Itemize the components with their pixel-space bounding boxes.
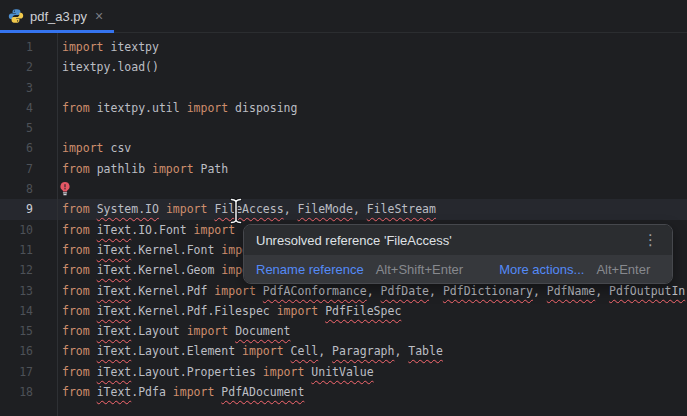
code-token: itextpy (104, 40, 159, 54)
code-text[interactable]: from iText.IO.Font import (57, 220, 235, 240)
line-number[interactable]: 8 (0, 179, 57, 199)
unresolved-reference: iText (97, 344, 132, 358)
tooltip-actions-row: Rename referenceAlt+Shift+EnterMore acti… (244, 255, 672, 283)
line-number[interactable]: 3 (0, 78, 57, 98)
code-text[interactable]: import csv (57, 138, 131, 158)
code-token: .Layout.Properties (131, 365, 263, 379)
code-token: import (194, 223, 236, 237)
unresolved-reference: PdfDate (381, 284, 429, 298)
unresolved-reference: iText (97, 385, 132, 399)
code-token: .Kernel.Font (131, 243, 221, 257)
code-line-14[interactable]: 14from iText.Kernel.Pdf.Filespec import … (0, 301, 687, 321)
code-text[interactable]: from iText.Kernel.Pdf.Filespec import Pd… (57, 301, 401, 321)
code-line-1[interactable]: 1import itextpy (0, 37, 687, 57)
tab-close-icon[interactable]: × (93, 8, 105, 24)
code-line-7[interactable]: 7from pathlib import Path (0, 159, 687, 179)
code-line-5[interactable]: 5 (0, 118, 687, 138)
code-line-8[interactable]: 8 (0, 179, 687, 199)
code-token: pathlib (90, 162, 152, 176)
code-line-15[interactable]: 15from iText.Layout import Document (0, 321, 687, 341)
code-token: , (318, 344, 332, 358)
code-text[interactable]: from iText.Layout.Properties import Unit… (57, 362, 374, 382)
code-line-3[interactable]: 3 (0, 78, 687, 98)
gutter-separator (57, 33, 58, 416)
code-token (90, 324, 97, 338)
line-number[interactable]: 5 (0, 118, 57, 138)
code-token: from (62, 101, 90, 115)
line-number[interactable]: 7 (0, 159, 57, 179)
code-line-2[interactable]: 2itextpy.load() (0, 57, 687, 77)
code-token: itextpy.load() (62, 60, 159, 74)
line-number[interactable]: 15 (0, 321, 57, 341)
code-token (90, 304, 97, 318)
code-text[interactable]: from iText.Layout import Document (57, 321, 291, 341)
unresolved-reference: System.IO (97, 202, 159, 216)
unresolved-reference: FileMode (297, 202, 352, 216)
code-token (90, 223, 97, 237)
line-number[interactable]: 18 (0, 382, 57, 402)
line-number[interactable]: 9 (0, 199, 57, 219)
unresolved-reference: iText (97, 365, 132, 379)
tooltip-message-row: Unresolved reference 'FileAccess' ⋮ (244, 225, 672, 255)
unresolved-reference: Document (235, 324, 290, 338)
line-number[interactable]: 12 (0, 260, 57, 280)
unresolved-reference: PdfOutputIn (609, 284, 685, 298)
code-line-9[interactable]: 9from System.IO import FileAccess, FileM… (0, 199, 687, 219)
code-token (90, 243, 97, 257)
code-text[interactable]: from itextpy.util import disposing (57, 98, 297, 118)
code-token: Path (194, 162, 229, 176)
code-text[interactable]: from iText.Pdfa import PdfADocument (57, 382, 304, 402)
code-token: .Kernel.Geom (131, 263, 221, 277)
code-line-16[interactable]: 16from iText.Layout.Element import Cell,… (0, 341, 687, 361)
code-token: import (166, 202, 208, 216)
code-token (256, 284, 263, 298)
code-token: .Layout (131, 324, 186, 338)
tooltip-message: Unresolved reference 'FileAccess' (256, 233, 641, 248)
code-token: import (242, 344, 284, 358)
code-token: , (394, 344, 408, 358)
unresolved-reference: PdfADocument (221, 385, 304, 399)
code-token: from (62, 304, 90, 318)
line-number[interactable]: 1 (0, 37, 57, 57)
code-text[interactable]: from System.IO import FileAccess, FileMo… (57, 199, 436, 219)
code-token: .Kernel.Pdf (131, 284, 214, 298)
line-number[interactable]: 10 (0, 220, 57, 240)
unresolved-reference: PdfFileSpec (325, 304, 401, 318)
more-actions-link[interactable]: More actions... (499, 262, 584, 277)
line-number[interactable]: 14 (0, 301, 57, 321)
code-token (90, 365, 97, 379)
line-number[interactable]: 2 (0, 57, 57, 77)
rename-reference-link[interactable]: Rename reference (256, 262, 364, 277)
tab-pdf-a3-py[interactable]: pdf_a3.py × (0, 0, 114, 32)
code-line-18[interactable]: 18from iText.Pdfa import PdfADocument (0, 382, 687, 402)
code-token: from (62, 162, 90, 176)
code-text[interactable]: from pathlib import Path (57, 159, 228, 179)
code-line-17[interactable]: 17from iText.Layout.Properties import Un… (0, 362, 687, 382)
code-line-6[interactable]: 6import csv (0, 138, 687, 158)
kebab-menu-icon[interactable]: ⋮ (641, 231, 660, 249)
line-number[interactable]: 17 (0, 362, 57, 382)
code-token: , (429, 284, 443, 298)
code-token: from (62, 243, 90, 257)
code-token: import (152, 162, 194, 176)
code-token: csv (104, 141, 132, 155)
code-text[interactable]: from iText.Layout.Element import Cell, P… (57, 341, 443, 361)
line-number[interactable]: 11 (0, 240, 57, 260)
code-text[interactable]: import itextpy (57, 37, 159, 57)
python-icon (8, 8, 24, 24)
line-number[interactable]: 16 (0, 341, 57, 361)
code-token: , (367, 284, 381, 298)
code-token: , (595, 284, 609, 298)
code-text[interactable]: from iText.Kernel.Font import (57, 240, 263, 260)
code-line-4[interactable]: 4from itextpy.util import disposing (0, 98, 687, 118)
code-text[interactable]: itextpy.load() (57, 57, 159, 77)
line-number[interactable]: 13 (0, 281, 57, 301)
error-lightbulb-icon[interactable] (58, 181, 72, 197)
unresolved-reference: PdfName (547, 284, 595, 298)
unresolved-reference: Cell (291, 344, 319, 358)
code-token: , (284, 202, 298, 216)
code-text[interactable]: from iText.Kernel.Geom import (57, 260, 263, 280)
line-number[interactable]: 4 (0, 98, 57, 118)
line-number[interactable]: 6 (0, 138, 57, 158)
unresolved-reference: iText (97, 284, 132, 298)
